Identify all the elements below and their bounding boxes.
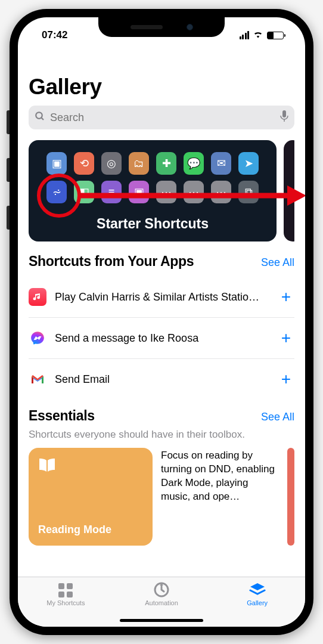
page-title: Gallery xyxy=(29,75,294,100)
add-shortcut-button[interactable]: + xyxy=(278,370,294,389)
hero-carousel[interactable]: ▣⟲◎🗂✚💬✉➤⩫◧≡▣⋯⋯⋯⧉ Starter Shortcuts xyxy=(29,140,294,242)
essentials-section: Essentials See All Shortcuts everyone sh… xyxy=(29,408,294,546)
apps-section: Shortcuts from Your Apps See All Play Ca… xyxy=(29,253,294,400)
add-shortcut-button[interactable]: + xyxy=(278,329,294,348)
svg-marker-4 xyxy=(287,185,305,206)
essentials-subtitle: Shortcuts everyone should have in their … xyxy=(29,429,294,441)
automation-icon xyxy=(153,582,170,597)
content-area: Gallery ▣⟲◎🗂✚💬✉➤⩫◧≡▣⋯⋯⋯⧉ Starter Shortcu… xyxy=(18,46,305,577)
svg-line-1 xyxy=(41,117,44,120)
hero-app-icon: ➤ xyxy=(238,152,259,175)
search-input[interactable] xyxy=(50,112,275,124)
svg-rect-9 xyxy=(67,592,73,597)
svg-rect-6 xyxy=(58,583,64,589)
hero-app-icon: ✚ xyxy=(156,152,176,175)
add-shortcut-button[interactable]: + xyxy=(278,287,294,306)
app-shortcut-label: Play Calvin Harris & Similar Artists Sta… xyxy=(55,291,269,304)
cellular-signal-icon xyxy=(240,31,250,39)
tab-my-shortcuts[interactable]: My Shortcuts xyxy=(18,577,114,627)
app-shortcut-row[interactable]: Play Calvin Harris & Similar Artists Sta… xyxy=(29,277,294,318)
search-icon xyxy=(35,111,45,125)
hero-app-icon: ◎ xyxy=(101,152,122,175)
gmail-icon xyxy=(29,370,46,388)
status-indicators xyxy=(240,30,284,41)
wifi-icon xyxy=(253,30,263,41)
search-bar[interactable] xyxy=(29,106,294,129)
hero-app-icon: 💬 xyxy=(184,152,204,175)
app-shortcut-row[interactable]: Send Email + xyxy=(29,359,294,400)
apple-music-icon xyxy=(29,288,46,306)
svg-rect-7 xyxy=(67,583,73,589)
microphone-icon[interactable] xyxy=(280,110,288,125)
book-icon xyxy=(38,457,143,477)
tab-label: Gallery xyxy=(247,599,268,606)
essentials-card-description: Focus on reading by turning on DND, enab… xyxy=(161,448,279,546)
essentials-card-title: Reading Mode xyxy=(38,524,143,536)
annotation-circle xyxy=(37,174,81,218)
battery-icon xyxy=(267,32,284,39)
hero-card-title: Starter Shortcuts xyxy=(39,216,266,232)
svg-rect-2 xyxy=(282,110,286,117)
app-shortcut-label: Send Email xyxy=(55,373,269,386)
home-indicator[interactable] xyxy=(120,619,203,622)
tab-label: My Shortcuts xyxy=(46,599,85,606)
shortcuts-icon xyxy=(57,582,74,597)
essentials-card-reading-mode[interactable]: Reading Mode xyxy=(29,448,153,546)
notch xyxy=(98,17,225,37)
hero-app-icon: ▣ xyxy=(46,152,67,175)
tab-gallery[interactable]: Gallery xyxy=(209,577,305,627)
essentials-title: Essentials xyxy=(29,408,95,424)
app-shortcut-row[interactable]: Send a message to Ike Roosa + xyxy=(29,318,294,359)
essentials-see-all-link[interactable]: See All xyxy=(261,411,294,423)
app-shortcut-label: Send a message to Ike Roosa xyxy=(55,332,269,345)
essentials-card-next[interactable] xyxy=(287,448,294,546)
hero-app-icon: ⟲ xyxy=(74,152,94,175)
phone-frame: 07:42 Gallery xyxy=(10,9,313,635)
screen: 07:42 Gallery xyxy=(18,17,305,627)
tab-label: Automation xyxy=(145,599,178,606)
messenger-icon xyxy=(29,329,46,347)
svg-rect-8 xyxy=(58,592,64,597)
hero-app-icon: ✉ xyxy=(211,152,231,175)
apps-section-title: Shortcuts from Your Apps xyxy=(29,253,194,270)
gallery-icon xyxy=(249,582,266,597)
svg-point-0 xyxy=(36,112,42,119)
status-time: 07:42 xyxy=(42,29,67,41)
apps-see-all-link[interactable]: See All xyxy=(261,256,294,269)
hero-app-icon: 🗂 xyxy=(129,152,149,175)
annotation-arrow-icon xyxy=(80,185,305,206)
